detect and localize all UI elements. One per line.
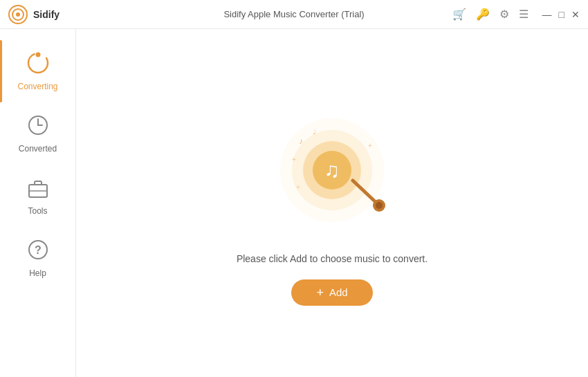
sidebar-item-tools[interactable]: Tools: [0, 165, 75, 227]
content-area: ♫ ♪ ♩ + + + Please click Add to choose m…: [76, 29, 588, 377]
svg-text:+: +: [296, 183, 300, 191]
title-bar-left: Sidify: [8, 5, 59, 24]
svg-point-4: [35, 53, 40, 57]
app-brand-label: Sidify: [33, 9, 59, 20]
window-controls: — □ ✕: [542, 10, 580, 19]
key-icon[interactable]: 🔑: [476, 8, 490, 21]
tools-icon-wrapper: [26, 176, 50, 202]
converted-icon: [26, 113, 50, 137]
minimize-button[interactable]: —: [542, 10, 552, 19]
help-icon-wrapper: ?: [26, 238, 50, 264]
converting-icon: [26, 51, 50, 75]
help-label: Help: [29, 268, 46, 278]
svg-point-18: [376, 202, 383, 209]
close-button[interactable]: ✕: [571, 10, 580, 19]
title-bar-center: Sidify Apple Music Converter (Trial): [223, 9, 364, 19]
converting-label: Converting: [17, 82, 57, 91]
menu-icon[interactable]: ☰: [519, 8, 529, 21]
settings-icon[interactable]: ⚙: [499, 8, 509, 21]
svg-text:+: +: [368, 142, 372, 149]
svg-text:♫: ♫: [324, 158, 340, 181]
title-bar-right: 🛒 🔑 ⚙ ☰ — □ ✕: [452, 8, 580, 21]
title-bar: Sidify Sidify Apple Music Converter (Tri…: [0, 0, 588, 29]
add-label: Add: [329, 286, 348, 298]
help-icon: ?: [26, 238, 50, 261]
sidebar-item-converting[interactable]: Converting: [0, 40, 75, 102]
app-logo: [8, 5, 28, 24]
sidebar-item-converted[interactable]: Converted: [0, 102, 75, 165]
tools-label: Tools: [28, 206, 47, 216]
svg-point-2: [16, 12, 20, 17]
add-plus-icon: +: [316, 286, 324, 299]
tools-icon: [26, 176, 50, 199]
converting-icon-wrapper: [26, 51, 50, 77]
window-title: Sidify Apple Music Converter (Trial): [223, 9, 364, 19]
music-illustration: ♫ ♪ ♩ + + +: [263, 101, 401, 239]
cart-icon[interactable]: 🛒: [452, 8, 466, 21]
svg-text:♪: ♪: [299, 136, 303, 146]
converted-label: Converted: [19, 144, 57, 154]
svg-text:♩: ♩: [313, 128, 316, 136]
prompt-text: Please click Add to choose music to conv…: [237, 253, 428, 264]
converted-icon-wrapper: [26, 113, 50, 140]
main-layout: Converting Converted: [0, 29, 588, 377]
sidebar-item-help[interactable]: ? Help: [0, 227, 75, 289]
sidebar: Converting Converted: [0, 29, 76, 377]
music-svg: ♫ ♪ ♩ + + +: [263, 101, 415, 246]
svg-text:?: ?: [35, 244, 42, 256]
maximize-button[interactable]: □: [559, 10, 564, 19]
svg-text:+: +: [292, 156, 296, 163]
add-button[interactable]: + Add: [291, 279, 372, 306]
